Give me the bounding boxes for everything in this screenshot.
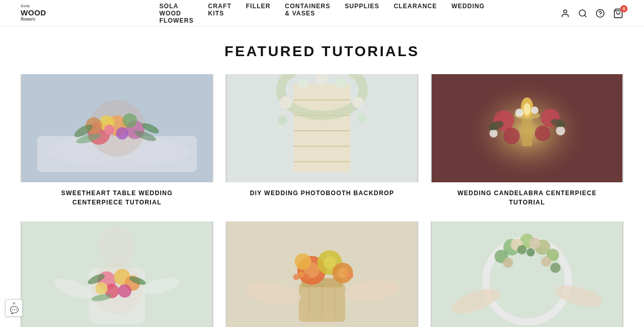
- tutorial-title-3: WEDDING CANDELABRA CENTERPIECETUTORIAL: [457, 188, 597, 207]
- svg-point-87: [344, 270, 349, 276]
- search-button[interactable]: [578, 9, 587, 18]
- svg-point-34: [336, 78, 346, 89]
- help-button[interactable]: [596, 9, 605, 18]
- header-icons: 0: [561, 8, 623, 19]
- svg-point-102: [527, 248, 535, 256]
- nav-sola-wood-flowers[interactable]: SOLA WOOD FLOWERS: [159, 3, 194, 24]
- cart-button[interactable]: 0: [613, 8, 623, 19]
- svg-point-49: [556, 126, 565, 135]
- svg-point-35: [278, 116, 287, 125]
- tutorial-title-2: DIY WEDDING PHOTOBOOTH BACKDROP: [250, 188, 394, 198]
- svg-point-83: [293, 274, 299, 280]
- svg-line-2: [584, 15, 586, 16]
- nav-clearance[interactable]: CLEARANCE: [394, 3, 437, 24]
- svg-point-46: [535, 126, 550, 141]
- tutorial-thumbnail-5: [226, 221, 418, 327]
- tutorial-title-1: SWEETHEART TABLE WEDDINGCENTERPIECE TUTO…: [61, 188, 173, 207]
- svg-point-98: [529, 237, 540, 249]
- svg-point-50: [489, 129, 498, 137]
- tutorial-thumbnail-3: [431, 74, 623, 182]
- svg-point-47: [515, 109, 523, 117]
- svg-point-30: [280, 96, 292, 109]
- site-header: Sola WOOD flowers SOLA WOOD FLOWERS CRAF…: [0, 0, 644, 27]
- svg-point-48: [531, 107, 538, 114]
- svg-point-84: [299, 272, 304, 277]
- tutorial-card-photobooth[interactable]: DIY WEDDING PHOTOBOOTH BACKDROP: [226, 74, 418, 207]
- svg-point-36: [357, 113, 367, 123]
- tutorial-thumbnail-1: [21, 74, 213, 182]
- svg-point-99: [503, 257, 513, 268]
- tutorial-thumbnail-6: [431, 221, 623, 327]
- svg-rect-39: [522, 115, 532, 146]
- svg-point-45: [503, 128, 520, 144]
- site-logo[interactable]: Sola WOOD flowers: [21, 4, 46, 22]
- nav-craft-kits[interactable]: CRAFT KITS: [208, 3, 231, 24]
- tutorial-card-candelabra[interactable]: WEDDING CANDELABRA CENTERPIECETUTORIAL: [431, 74, 623, 207]
- tutorial-thumbnail-2: [226, 74, 418, 182]
- nav-filler[interactable]: FILLER: [246, 3, 270, 24]
- chat-bubble-icon: 💬: [10, 306, 19, 314]
- main-nav: SOLA WOOD FLOWERS CRAFT KITS FILLER CONT…: [159, 3, 485, 24]
- svg-point-63: [118, 284, 131, 298]
- tutorial-card-mason-jar[interactable]: MASON JAR WOOD CUT OUT DECORTUTORIAL: [226, 221, 418, 327]
- svg-point-85: [304, 274, 309, 279]
- nav-wedding[interactable]: WEDDING: [451, 3, 485, 24]
- nav-supplies[interactable]: SUPPLIES: [345, 3, 379, 24]
- svg-point-0: [564, 10, 567, 13]
- nav-containers-vases[interactable]: CONTAINERS & VASES: [285, 3, 330, 24]
- tutorial-thumbnail-4: [21, 221, 213, 327]
- svg-point-79: [324, 256, 336, 269]
- svg-point-31: [352, 97, 364, 108]
- svg-point-54: [99, 227, 135, 268]
- cart-count: 0: [620, 5, 628, 12]
- svg-point-64: [95, 282, 108, 295]
- svg-point-103: [550, 263, 561, 273]
- svg-point-16: [116, 127, 128, 140]
- tutorial-card-bouquet[interactable]: HOW TO MAKE A SPRING WEDDINGBOUQUET: [21, 221, 213, 327]
- tutorial-card-flower-girl[interactable]: DIY FLOWER GIRL BASKET: [431, 221, 623, 327]
- logo-line3: flowers: [21, 17, 46, 22]
- account-button[interactable]: [561, 9, 570, 18]
- svg-point-42: [523, 103, 531, 115]
- svg-point-82: [295, 253, 311, 270]
- svg-point-32: [298, 78, 308, 89]
- page-title: FEATURED TUTORIALS: [21, 43, 623, 60]
- main-content: FEATURED TUTORIALS: [0, 27, 644, 327]
- svg-rect-23: [294, 84, 350, 172]
- svg-point-14: [123, 113, 137, 128]
- tutorial-card-sweetheart-table[interactable]: SWEETHEART TABLE WEDDINGCENTERPIECE TUTO…: [21, 74, 213, 207]
- svg-point-17: [104, 125, 114, 135]
- svg-point-100: [541, 256, 551, 267]
- tutorials-grid: SWEETHEART TABLE WEDDINGCENTERPIECE TUTO…: [21, 74, 623, 327]
- chat-widget[interactable]: ✕ 💬: [5, 299, 23, 317]
- svg-point-101: [517, 245, 527, 254]
- logo-line2: WOOD: [21, 9, 46, 18]
- chat-close-icon: ✕: [12, 302, 16, 306]
